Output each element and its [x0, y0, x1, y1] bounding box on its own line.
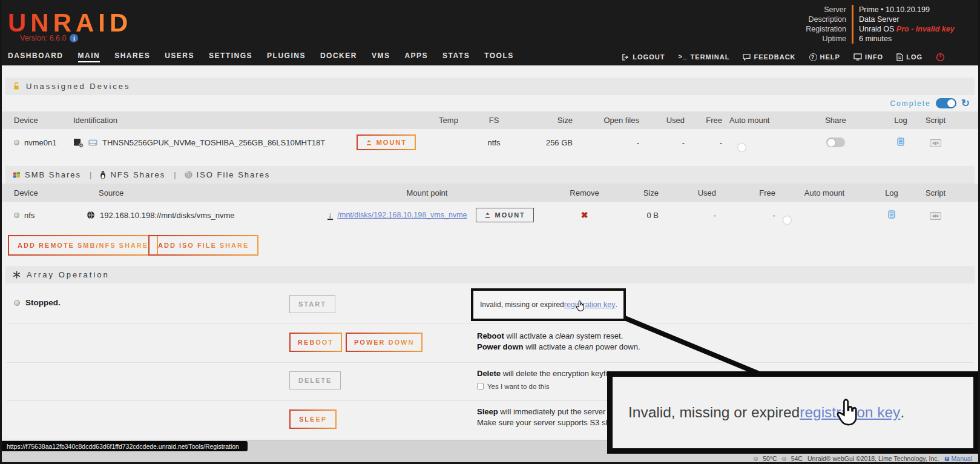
tab-users[interactable]: USERS: [165, 51, 194, 62]
help-label: HELP: [820, 53, 840, 61]
device-cell: nfs: [2, 211, 87, 220]
warning-period: .: [616, 300, 617, 309]
open-files-cell: -: [579, 138, 645, 147]
registration-key-link[interactable]: registration key: [564, 300, 616, 309]
tab-main[interactable]: MAIN: [78, 51, 100, 62]
col-auto-mount[interactable]: Auto mount: [781, 188, 867, 197]
tab-vms[interactable]: VMS: [372, 51, 390, 62]
device-log-icon[interactable]: [897, 138, 904, 146]
terminal-button[interactable]: >_ TERMINAL: [678, 53, 729, 61]
col-device[interactable]: Device: [2, 116, 61, 125]
delete-text: will delete the encryption keyfile: [501, 369, 613, 378]
unlocked-padlock-icon[interactable]: [13, 82, 20, 91]
tab-smb-shares[interactable]: SMB Shares: [13, 170, 81, 179]
col-device[interactable]: Device: [2, 188, 87, 197]
help-icon: ?: [809, 53, 817, 61]
share-toggle[interactable]: [826, 138, 845, 147]
server-label: Server: [773, 5, 852, 15]
script-icon[interactable]: </>: [930, 212, 941, 220]
col-fs[interactable]: FS: [473, 116, 515, 125]
reboot-button[interactable]: REBOOT: [289, 333, 342, 352]
col-size[interactable]: Size: [631, 188, 665, 197]
globe-icon: [87, 211, 95, 219]
col-open-files[interactable]: Open files: [579, 116, 645, 125]
device-status-dot: [14, 140, 19, 145]
complete-toggle[interactable]: [936, 98, 956, 108]
start-button[interactable]: START: [289, 295, 335, 313]
complete-label[interactable]: Complete: [890, 99, 930, 108]
col-identification[interactable]: Identification: [61, 116, 424, 125]
col-source[interactable]: Source: [87, 188, 317, 197]
col-mount-point[interactable]: Mount point: [317, 188, 538, 197]
sleep-button[interactable]: SLEEP: [289, 409, 337, 429]
section-array-operation: Array Operation: [5, 266, 975, 283]
section-title: Unassigned Devices: [26, 82, 131, 91]
manual-label: Manual: [952, 455, 972, 462]
tab-tools[interactable]: TOOLS: [484, 51, 514, 62]
col-used[interactable]: Used: [645, 116, 691, 125]
col-share[interactable]: Share: [786, 116, 886, 125]
log-button[interactable]: LOG: [896, 53, 922, 61]
col-used[interactable]: Used: [665, 188, 722, 197]
monitor-icon: [853, 53, 862, 61]
fs-cell: ntfs: [473, 138, 515, 147]
manual-link[interactable]: Manual: [944, 455, 972, 462]
tab-apps[interactable]: APPS: [404, 51, 428, 62]
version-info-icon[interactable]: i: [70, 34, 78, 42]
size-cell: 0 B: [631, 211, 665, 220]
copyright-text: Unraid® webGui ©2018, Lime Technology, I…: [807, 455, 939, 462]
mount-button[interactable]: MOUNT: [476, 208, 534, 222]
feedback-button[interactable]: FEEDBACK: [743, 53, 795, 61]
mount-point-link[interactable]: /mnt/disks/192.168.10.198_vms_nvme: [338, 211, 467, 219]
col-script[interactable]: Script: [916, 116, 955, 125]
drive-add-icon[interactable]: [73, 138, 84, 148]
tab-plugins[interactable]: PLUGINS: [267, 51, 306, 62]
mount-button[interactable]: MOUNT: [357, 134, 416, 150]
col-free[interactable]: Free: [691, 116, 728, 125]
col-size[interactable]: Size: [515, 116, 579, 125]
mount-icon: [484, 212, 491, 219]
confirm-checkbox[interactable]: [477, 383, 484, 389]
temp-dot-icon: [782, 457, 786, 461]
help-button[interactable]: ? HELP: [809, 53, 840, 61]
col-temp[interactable]: Temp: [424, 116, 473, 125]
script-icon[interactable]: </>: [930, 139, 941, 147]
tab-iso-file-shares[interactable]: ISO File Shares: [185, 170, 271, 179]
feedback-icon: [743, 54, 751, 61]
terminal-icon: >_: [678, 53, 687, 61]
unassigned-table-header: Device Identification Temp FS Size Open …: [2, 111, 980, 129]
col-auto-mount[interactable]: Auto mount: [728, 116, 786, 125]
tab-shares[interactable]: SHARES: [114, 51, 150, 62]
logout-button[interactable]: LOGOUT: [622, 53, 665, 61]
add-iso-share-button[interactable]: ADD ISO FILE SHARE: [148, 235, 258, 256]
col-free[interactable]: Free: [722, 188, 781, 197]
mount-label: MOUNT: [495, 211, 525, 219]
device-identification[interactable]: THNSN5256GPUK_NVMe_TOSHIBA_256GB_86LS10M…: [102, 138, 325, 147]
tab-stats[interactable]: STATS: [442, 51, 470, 62]
array-status-dot: [14, 300, 20, 306]
registration-status: Pro - invalid key: [896, 25, 955, 33]
sleep-label: SLEEP: [299, 416, 327, 423]
info-button[interactable]: INFO: [853, 53, 883, 61]
delete-button[interactable]: DELETE: [289, 371, 341, 389]
col-script[interactable]: Script: [916, 188, 955, 197]
col-remove[interactable]: Remove: [538, 188, 631, 197]
refresh-icon[interactable]: ↻: [961, 98, 970, 108]
download-icon: ↓: [327, 211, 333, 220]
tab-settings[interactable]: SETTINGS: [209, 51, 252, 62]
tab-docker[interactable]: DOCKER: [320, 51, 357, 62]
col-log[interactable]: Log: [867, 188, 916, 197]
col-log[interactable]: Log: [886, 116, 916, 125]
terminal-label: TERMINAL: [691, 53, 730, 61]
reboot-bold: Reboot: [477, 331, 504, 340]
used-cell: -: [665, 211, 722, 220]
tab-nfs-shares[interactable]: NFS Shares: [100, 170, 165, 179]
share-log-icon[interactable]: [888, 210, 895, 219]
tab-dashboard[interactable]: DASHBOARD: [8, 51, 64, 62]
remove-x-icon[interactable]: ✖: [581, 210, 588, 220]
add-remote-share-button[interactable]: ADD REMOTE SMB/NFS SHARE: [8, 235, 158, 256]
power-icon[interactable]: [936, 53, 945, 62]
confirm-label: Yes I want to do this: [487, 383, 550, 390]
device-name[interactable]: nvme0n1: [24, 138, 56, 147]
power-down-button[interactable]: POWER DOWN: [346, 333, 423, 352]
